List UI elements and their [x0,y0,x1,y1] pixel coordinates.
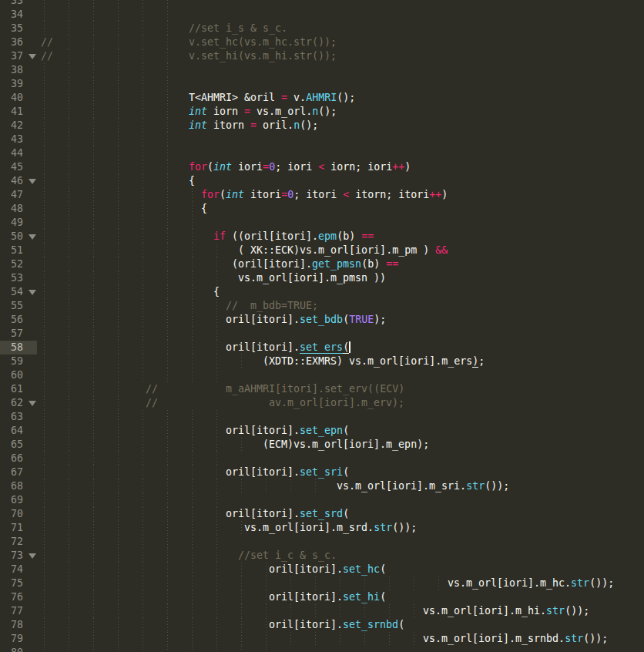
line-number[interactable]: 50 [0,230,23,244]
code-line[interactable]: 71vs.m_orl[iori].m_srd.str()); [0,521,644,535]
line-number[interactable]: 80 [0,646,23,652]
line-number[interactable]: 76 [0,590,23,604]
line-number[interactable]: 71 [0,521,23,535]
fold-arrow-icon[interactable] [29,290,36,295]
line-number[interactable]: 54 [0,285,23,299]
line-number[interactable]: 61 [0,382,23,396]
code-line[interactable]: 38 [0,63,644,77]
code-line[interactable]: 72 [0,535,644,549]
code-line[interactable]: 53vs.m_orl[iori].m_pmsn )) [0,271,644,285]
code-line[interactable]: 68vs.m_orl[iori].m_sri.str()); [0,479,644,493]
code-line[interactable]: 39 [0,77,644,91]
line-number[interactable]: 52 [0,257,23,271]
line-number[interactable]: 41 [0,105,23,119]
code-line[interactable]: 75vs.m_orl[iori].m_hc.str()); [0,576,644,590]
line-number[interactable]: 43 [0,133,23,146]
line-number[interactable]: 70 [0,507,23,521]
line-number[interactable]: 33 [0,0,23,8]
code-line[interactable]: 66 [0,452,644,465]
code-editor[interactable]: 333435//set i_s & s_c.36//v.set_hc(vs.m_… [0,0,644,652]
code-line[interactable]: 74oril[itori].set_hc( [0,563,644,576]
fold-arrow-icon[interactable] [29,179,36,184]
line-number[interactable]: 39 [0,77,23,91]
code-line[interactable]: 61//m_aAHMRI[itori].set_erv((ECV) [0,382,644,396]
code-line[interactable]: 73//set i_c & s_c. [0,549,644,563]
code-line[interactable]: 67oril[itori].set_sri( [0,465,644,479]
line-number[interactable]: 64 [0,424,23,438]
code-line[interactable]: 55// m_bdb=TRUE; [0,299,644,313]
line-number[interactable]: 60 [0,368,23,382]
line-number[interactable]: 40 [0,91,23,105]
code-line[interactable]: 43 [0,133,644,146]
code-line[interactable]: 54{ [0,285,644,299]
code-line[interactable]: 33 [0,0,644,8]
code-line[interactable]: 44 [0,146,644,160]
line-number[interactable]: 74 [0,563,23,576]
line-number[interactable]: 59 [0,355,23,368]
code-line[interactable]: 42int itorn = oril.n(); [0,119,644,133]
code-line[interactable]: 41int iorn = vs.m_orl.n(); [0,105,644,119]
line-number[interactable]: 58 [0,341,23,355]
line-number[interactable]: 69 [0,493,23,507]
line-number[interactable]: 65 [0,438,23,452]
code-line[interactable]: 77vs.m_orl[iori].m_hi.str()); [0,604,644,618]
fold-arrow-icon[interactable] [29,553,36,559]
code-line[interactable]: 63 [0,410,644,424]
line-number[interactable]: 55 [0,299,23,313]
code-line[interactable]: 48{ [0,202,644,216]
code-line[interactable]: 64oril[itori].set_epn( [0,424,644,438]
line-number[interactable]: 44 [0,146,23,160]
code-line[interactable]: 45for(int iori=0; iori < iorn; iori++) [0,160,644,174]
code-line[interactable]: 62//av.m_orl[iori].m_erv); [0,396,644,410]
code-line[interactable]: 51( XK::ECK)vs.m_orl[iori].m_pm ) && [0,244,644,257]
code-line[interactable]: 50if ((oril[itori].epm(b) == [0,230,644,244]
line-number[interactable]: 36 [0,35,23,49]
code-line[interactable]: 58oril[itori].set_ers( [0,341,644,355]
line-number[interactable]: 35 [0,22,23,35]
code-line[interactable]: 69 [0,493,644,507]
line-number[interactable]: 42 [0,119,23,133]
line-number[interactable]: 45 [0,160,23,174]
line-number[interactable]: 75 [0,576,23,590]
fold-arrow-icon[interactable] [29,401,36,406]
line-number[interactable]: 34 [0,8,23,22]
line-number[interactable]: 63 [0,410,23,424]
code-line[interactable]: 70oril[itori].set_srd( [0,507,644,521]
code-line[interactable]: 34 [0,8,644,22]
line-number[interactable]: 53 [0,271,23,285]
line-number[interactable]: 66 [0,452,23,465]
code-line[interactable]: 79vs.m_orl[iori].m_srnbd.str()); [0,632,644,646]
code-line[interactable]: 46{ [0,174,644,188]
code-line[interactable]: 47for(int itori=0; itori < itorn; itori+… [0,188,644,202]
line-number[interactable]: 48 [0,202,23,216]
line-number[interactable]: 62 [0,396,23,410]
line-number[interactable]: 67 [0,465,23,479]
code-line[interactable]: 60 [0,368,644,382]
line-number[interactable]: 79 [0,632,23,646]
code-line[interactable]: 76oril[itori].set_hi( [0,590,644,604]
line-number[interactable]: 47 [0,188,23,202]
line-number[interactable]: 46 [0,174,23,188]
line-number[interactable]: 72 [0,535,23,549]
code-line[interactable]: 65(ECM)vs.m_orl[iori].m_epn); [0,438,644,452]
code-line[interactable]: 52(oril[itori].get_pmsn(b) == [0,257,644,271]
line-number[interactable]: 68 [0,479,23,493]
line-number[interactable]: 73 [0,549,23,563]
code-line[interactable]: 36//v.set_hc(vs.m_hc.str()); [0,35,644,49]
code-line[interactable]: 40T<AHMRI> &oril = v.AHMRI(); [0,91,644,105]
line-number[interactable]: 49 [0,216,23,230]
fold-arrow-icon[interactable] [29,54,36,59]
code-line[interactable]: 57 [0,327,644,341]
code-line[interactable]: 59(XDTD::EXMRS) vs.m_orl[iori].m_ers); [0,355,644,368]
fold-arrow-icon[interactable] [29,234,36,240]
line-number[interactable]: 37 [0,49,23,63]
line-number[interactable]: 56 [0,313,23,327]
code-line[interactable]: 49 [0,216,644,230]
code-line[interactable]: 80 [0,646,644,652]
line-number[interactable]: 38 [0,63,23,77]
line-number[interactable]: 77 [0,604,23,618]
code-line[interactable]: 78oril[itori].set_srnbd( [0,618,644,632]
code-line[interactable]: 37//v.set_hi(vs.m_hi.str()); [0,49,644,63]
code-line[interactable]: 56oril[itori].set_bdb(TRUE); [0,313,644,327]
line-number[interactable]: 78 [0,618,23,632]
